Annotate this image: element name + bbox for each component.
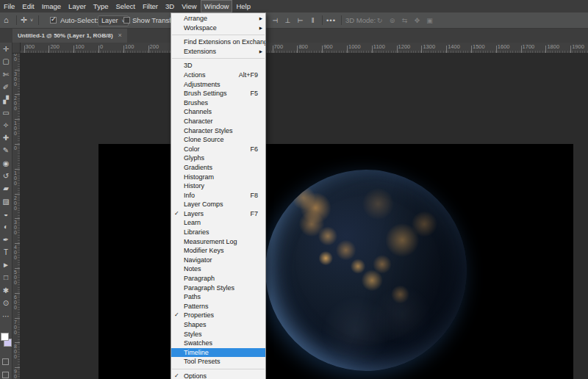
menu-item-swatches[interactable]: Swatches [171,339,265,348]
lasso-tool[interactable]: ✄ [0,69,12,81]
frame-tool[interactable]: ▭ [0,107,12,119]
menubar-item-type[interactable]: Type [90,0,112,12]
healing-brush-tool[interactable]: ✚ [0,132,12,144]
history-brush-tool[interactable]: ↺ [0,170,12,182]
menu-item-actions[interactable]: ActionsAlt+F9 [171,71,265,80]
menu-item-histogram[interactable]: Histogram [171,173,265,182]
menu-item-channels[interactable]: Channels [171,107,265,117]
menu-item-learn[interactable]: Learn [171,218,265,228]
crop-tool[interactable]: ▞ [0,94,12,106]
path-selection-tool[interactable]: ► [0,259,12,271]
edit-toolbar-button[interactable]: ⋯ [0,311,12,322]
ruler-label: 800 [14,344,17,359]
gradient-tool[interactable]: ▨ [0,196,12,208]
menu-item-glyphs[interactable]: Glyphs [171,154,265,163]
menu-item-timeline[interactable]: Timeline [171,348,265,358]
ruler-corner [12,43,21,54]
menubar-item-edit[interactable]: Edit [18,0,37,12]
menu-item-history[interactable]: History [171,181,265,191]
menu-item-styles[interactable]: Styles [171,330,265,339]
menu-item-paragraph-styles[interactable]: Paragraph Styles [171,284,265,293]
menubar-item-select[interactable]: Select [112,0,138,12]
menu-item-arrange[interactable]: Arrange▶ [171,14,265,24]
marquee-tool[interactable]: ▢ [0,56,12,68]
menubar-item-image[interactable]: Image [38,0,65,12]
menu-shortcut: F7 [250,209,258,219]
menu-item-brushes[interactable]: Brushes [171,98,265,108]
menu-item-options[interactable]: ✓Options [171,372,265,379]
align-left-edges-icon[interactable]: ⊣ [269,13,282,29]
more-align-options-button[interactable]: ••• [326,12,336,28]
distribute-icon[interactable]: ‖ [306,13,319,29]
menu-item-adjustments[interactable]: Adjustments [171,80,265,90]
menubar-item-file[interactable]: File [0,0,18,12]
document-canvas[interactable] [98,144,573,379]
menu-item-layers[interactable]: ✓LayersF7 [171,209,265,219]
object-selection-tool[interactable]: ✐ [0,82,12,93]
menubar-item-filter[interactable]: Filter [139,0,162,12]
zoom-tool[interactable]: ⊙ [0,297,12,309]
menu-item-workspace[interactable]: Workspace▶ [171,24,265,33]
auto-select-checkbox[interactable] [50,17,57,24]
menu-item-measurement-log[interactable]: Measurement Log [171,237,265,247]
menubar-item-help[interactable]: Help [232,0,254,12]
align-horizontal-centers-icon[interactable]: ⊥ [282,13,294,29]
foreground-color-swatch[interactable] [1,333,9,341]
menu-item-label: Histogram [184,173,214,181]
shape-tool[interactable]: □ [0,272,12,284]
eyedropper-tool[interactable]: ✧ [0,120,12,131]
menu-item-find-extensions-on-exchange[interactable]: Find Extensions on Exchange... [171,37,265,47]
menubar-item-view[interactable]: View [178,0,200,12]
menu-item-notes[interactable]: Notes [171,264,265,274]
blur-tool[interactable]: ◒ [0,209,12,220]
clone-stamp-tool[interactable]: ◉ [0,158,12,170]
menu-item-info[interactable]: InfoF8 [171,191,265,201]
menu-item-3d[interactable]: 3D [171,61,265,71]
screen-mode-button[interactable] [2,372,9,378]
separator [16,15,17,25]
menu-item-label: Glyphs [184,154,204,162]
menu-item-character[interactable]: Character [171,117,265,126]
menu-item-color[interactable]: ColorF6 [171,145,265,154]
close-tab-icon[interactable]: × [118,32,122,39]
document-tab[interactable]: Untitled-1 @ 50% (Layer 1, RGB/8) × [12,28,127,43]
quick-mask-button[interactable] [2,358,9,365]
menu-item-brush-settings[interactable]: Brush SettingsF5 [171,89,265,98]
menubar-item-window[interactable]: Window [201,0,233,12]
home-icon[interactable]: ⌂ [4,12,9,28]
ruler-label: 1400 [448,43,460,50]
ruler-tick [446,46,447,53]
move-tool-options-icon[interactable]: ✛ [21,12,27,28]
eraser-tool[interactable]: ▰ [0,183,12,195]
menu-item-clone-source[interactable]: Clone Source [171,135,265,145]
menu-item-shapes[interactable]: Shapes [171,320,265,330]
menu-item-libraries[interactable]: Libraries [171,228,265,237]
menu-item-tool-presets[interactable]: Tool Presets [171,357,265,367]
menu-item-paragraph[interactable]: Paragraph [171,274,265,284]
align-right-edges-icon[interactable]: ⊢ [294,13,306,29]
menu-item-patterns[interactable]: Patterns [171,302,265,311]
chevron-down-icon[interactable]: ˅ [30,12,33,28]
ruler-tick [15,218,20,219]
menu-item-properties[interactable]: ✓Properties [171,311,265,320]
show-transform-checkbox[interactable] [123,17,130,24]
menubar-item-3d[interactable]: 3D [162,0,178,12]
hand-tool[interactable]: ✱ [0,285,12,297]
menu-item-label: Timeline [184,349,209,356]
menu-item-extensions[interactable]: Extensions▶ [171,47,265,57]
menu-item-navigator[interactable]: Navigator [171,256,265,265]
ruler-tick [496,46,497,53]
move-tool[interactable]: ✛ [0,43,12,55]
menu-shortcut: F8 [250,191,258,201]
brush-tool[interactable]: ✎ [0,145,12,156]
menu-item-layer-comps[interactable]: Layer Comps [171,200,265,209]
pen-tool[interactable]: ✒ [0,234,12,246]
dodge-tool[interactable]: ◐ [0,221,12,233]
menu-item-paths[interactable]: Paths [171,292,265,302]
menu-item-character-styles[interactable]: Character Styles [171,126,265,136]
menu-item-gradients[interactable]: Gradients [171,163,265,173]
menu-bar: FileEditImageLayerTypeSelectFilter3DView… [0,0,588,12]
menu-item-modifier-keys[interactable]: Modifier Keys [171,246,265,256]
type-tool[interactable]: T [0,247,12,259]
menubar-item-layer[interactable]: Layer [65,0,90,12]
